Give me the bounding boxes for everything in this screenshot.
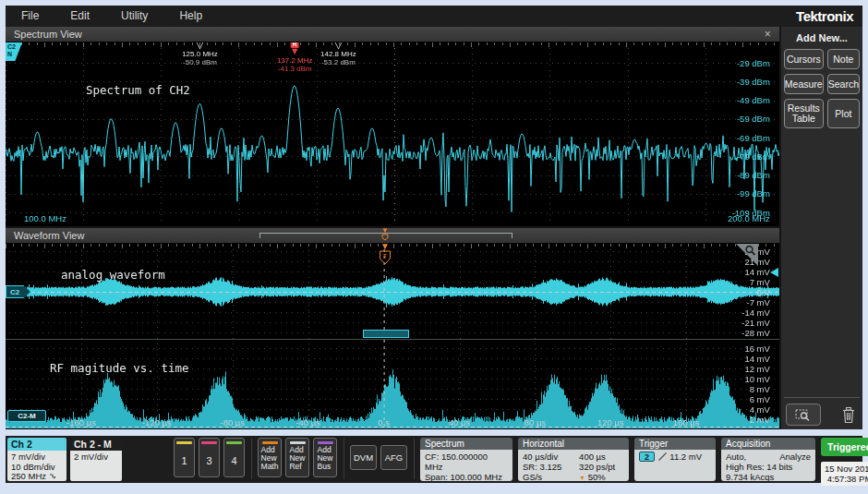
add-new-buttons: AddNewMathAddNewRefAddNewBus [258, 438, 341, 477]
rf-mv-label: 8 mV [750, 384, 770, 394]
time: 4:57:38 PM [821, 474, 868, 484]
marker-137.2MHz[interactable]: R▼137.2 MHz-41.3 dBm [277, 42, 313, 73]
channel-button-1[interactable]: 1 [174, 438, 195, 477]
acquisition-count: 9.734 kAcqs [726, 472, 811, 481]
bandwidth-limit-icon [49, 473, 57, 480]
center-frequency: CF: 150.000000 MHz [425, 452, 508, 472]
analog-mv-label: -21 mV [741, 318, 770, 328]
ch2-bandwidth: 250 MHz [11, 472, 63, 481]
waveform-plot[interactable]: ▼ T analog waveform RF magitude vs. time… [6, 244, 779, 428]
sidebar-button-results-table[interactable]: ResultsTable [784, 99, 824, 128]
sidebar-button-measure[interactable]: Measure [784, 74, 824, 94]
time-label: -40 µs [295, 417, 320, 428]
rf-mv-label: 2 mV [750, 415, 770, 425]
trigger-position-icon: ▼ [579, 475, 585, 481]
time-label: 40 µs [449, 417, 470, 428]
sidebar-button-plot[interactable]: Plot [827, 99, 860, 128]
ch2-badge[interactable]: Ch 2 7 mV/div 10 dBm/div 250 MHz [7, 438, 66, 481]
settings-bar: Ch 2 7 mV/div 10 dBm/div 250 MHz Ch 2 - … [6, 436, 862, 483]
expansion-point-marker[interactable]: ▼ [381, 228, 389, 241]
analog-annotation: analog waveform [61, 268, 165, 282]
magnifier-icon [744, 245, 756, 257]
time-label: -120 µs [142, 417, 172, 428]
sidebar-button-note[interactable]: Note [827, 49, 860, 69]
channel-button-3[interactable]: 3 [199, 438, 220, 477]
ch2-math-badge[interactable]: Ch 2 - M 2 mV/div [70, 438, 122, 481]
trash-icon[interactable] [841, 406, 856, 424]
time-label: 0 s [378, 417, 390, 428]
trace-handle-icon[interactable] [770, 268, 778, 277]
rf-annotation: RF magitude vs. time [50, 361, 189, 375]
horizontal-panel-title: Horizontal [518, 438, 629, 450]
horizontal-position: ▼ 50% [579, 472, 624, 481]
acquisition-panel-title: Acquisition [721, 438, 815, 450]
acquisition-settings-panel[interactable]: Acquisition Auto,Analyze High Res: 14 bi… [721, 438, 815, 481]
close-icon[interactable]: × [762, 27, 774, 42]
rf-mv-label: 12 mV [744, 364, 769, 374]
channel-button-label: 1 [181, 444, 187, 476]
expansion-pentagon-icon [381, 234, 389, 241]
menu-item-edit[interactable]: Edit [54, 6, 105, 27]
channel-button-4[interactable]: 4 [223, 438, 245, 477]
divider [344, 439, 344, 479]
analog-mv-label: -7 mV [747, 297, 770, 307]
trigger-marker[interactable]: ▼ T [380, 244, 392, 265]
ch2-badge-title: Ch 2 [7, 438, 66, 451]
horizontal-duration: 400 µs [579, 452, 624, 462]
afg-button[interactable]: AFG [380, 445, 407, 470]
ch2-math-badge-body: 2 mV/div [70, 451, 122, 481]
rising-edge-icon [657, 452, 668, 462]
zoom-selection-bar[interactable] [363, 330, 409, 338]
horizontal-panel-body: 40 µs/div SR: 3.125 GS/s RL: 1.25 Mpts 4… [518, 450, 629, 481]
spectrum-panel-title: Spectrum [420, 438, 512, 450]
horizontal-settings-panel[interactable]: Horizontal 40 µs/div SR: 3.125 GS/s RL: … [518, 438, 629, 481]
tool-buttons: DVMAFG [350, 438, 411, 470]
sample-rate: SR: 3.125 GS/s [523, 462, 579, 481]
marker-frequency: 137.2 MHz [277, 56, 313, 65]
menu-item-file[interactable]: File [6, 6, 54, 27]
spectrum-plot[interactable]: C2N Spectrum of CH2 100.0 MHz 200.0 MHz … [6, 42, 779, 226]
acquisition-resolution: High Res: 14 bits [726, 462, 811, 472]
marker-frequency: 125.0 MHz [182, 50, 218, 58]
sidebar-bottom-row [784, 397, 860, 426]
channel-button-label: 4 [231, 444, 236, 476]
add-new-math-button[interactable]: AddNewMath [258, 438, 282, 477]
spectrum-plot-canvas[interactable] [6, 42, 779, 226]
waveform-math-badge[interactable]: C2-M [7, 410, 46, 422]
spectrum-trace-type-label: N [7, 51, 12, 57]
menu-item-utility[interactable]: Utility [105, 6, 163, 27]
acquisition-mode: Auto, [726, 452, 746, 462]
spectrum-settings-panel[interactable]: Spectrum CF: 150.000000 MHz Span: 100.00… [420, 438, 512, 481]
trigger-triangle-icon: ▼ [380, 244, 390, 250]
rf-mv-label: 4 mV [750, 404, 770, 415]
add-new-bus-button[interactable]: AddNewBus [313, 438, 337, 477]
acquisition-analyze: Analyze [779, 452, 811, 462]
time-label: 120 µs [597, 417, 624, 428]
status-column: Triggered 15 Nov 2019 4:57:38 PM [821, 438, 868, 486]
ch2-badge-body: 7 mV/div 10 dBm/div 250 MHz [7, 451, 66, 481]
sidebar-button-cursors[interactable]: Cursors [784, 49, 824, 69]
menu-items: FileEditUtilityHelp [6, 6, 218, 27]
dvm-button[interactable]: DVM [350, 445, 377, 470]
zoom-select-button[interactable] [786, 404, 821, 426]
spectrum-panel-body: CF: 150.000000 MHz Span: 100.000 MHz RBW… [420, 450, 512, 481]
dbm-label: -89 dBm [737, 170, 770, 180]
sidebar-button-search[interactable]: Search [827, 74, 860, 94]
rf-mv-label: 6 mV [750, 394, 770, 404]
time-label: 80 µs [524, 417, 546, 428]
analog-mv-label: 14 mV [744, 267, 769, 277]
horizontal-scale: 40 µs/div [523, 452, 579, 462]
trigger-source-chip: 2 [639, 452, 655, 462]
marker-142.8MHz[interactable]: ▽142.8 MHz-53.2 dBm [320, 42, 356, 66]
divider [251, 439, 252, 479]
sidebar: Add New... CursorsNoteMeasureSearchResul… [781, 27, 862, 429]
ch2-math-scale: 2 mV/div [74, 452, 118, 463]
add-new-ref-button[interactable]: AddNewRef [285, 438, 309, 477]
marker-triangle-icon: ▽ [334, 42, 342, 49]
trigger-settings-panel[interactable]: Trigger 2 11.2 mV [634, 438, 716, 481]
dbm-label: -109 dBm [732, 208, 770, 218]
menu-item-help[interactable]: Help [163, 6, 218, 27]
datetime-display: 15 Nov 2019 4:57:38 PM [821, 462, 868, 486]
zoom-select-icon [795, 408, 811, 422]
marker-125.0MHz[interactable]: ▽125.0 MHz-50.9 dBm [182, 42, 218, 66]
